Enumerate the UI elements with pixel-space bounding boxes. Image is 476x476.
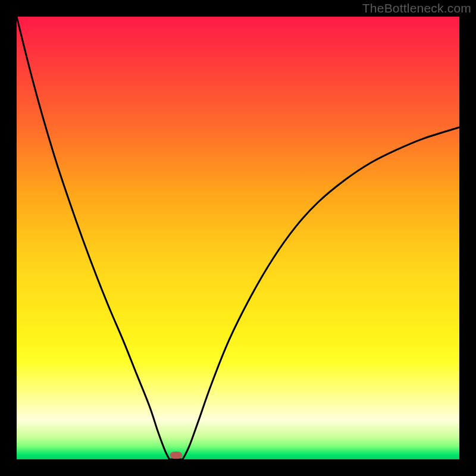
chart-curve-svg (17, 17, 459, 459)
minimum-marker (170, 452, 182, 459)
bottleneck-curve (17, 17, 459, 459)
chart-frame: TheBottleneck.com (0, 0, 476, 476)
watermark-text: TheBottleneck.com (362, 1, 471, 15)
